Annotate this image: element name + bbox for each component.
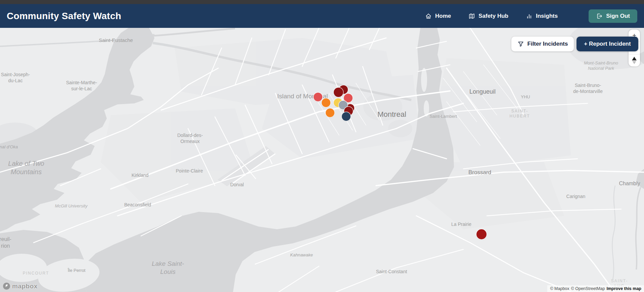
nav-items: HomeSafety HubInsights <box>425 13 558 19</box>
compass-down-icon <box>632 61 636 64</box>
filter-incidents-button[interactable]: Filter Incidents <box>511 37 574 51</box>
compass-button[interactable] <box>629 54 640 66</box>
basemap-artwork <box>0 28 644 292</box>
home-icon <box>425 13 432 19</box>
map-canvas[interactable]: Saint-EustacheSaint-Joseph- du-LacSainte… <box>0 28 644 292</box>
incident-marker[interactable] <box>476 229 487 239</box>
incident-marker[interactable] <box>326 108 334 117</box>
attribution-osm-link[interactable]: © OpenStreetMap <box>571 286 605 291</box>
insights-chart-icon <box>526 13 533 19</box>
map-attribution: © Mapbox © OpenStreetMap Improve this ma… <box>547 285 644 292</box>
mapbox-wordmark: mapbox <box>12 283 38 290</box>
attribution-mapbox-link[interactable]: © Mapbox <box>550 286 569 291</box>
incident-marker[interactable] <box>322 98 330 107</box>
main-nav: HomeSafety HubInsights Sign Out <box>425 9 637 23</box>
report-incident-button[interactable]: + Report Incident <box>577 37 638 51</box>
mapbox-logo[interactable]: mapbox <box>3 282 38 290</box>
improve-this-map-link[interactable]: Improve this map <box>607 286 642 291</box>
sign-out-label: Sign Out <box>606 13 630 19</box>
nav-item-insights[interactable]: Insights <box>526 13 558 19</box>
incident-marker[interactable] <box>334 88 343 97</box>
filter-incidents-label: Filter Incidents <box>527 41 568 47</box>
sign-out-icon <box>596 13 603 19</box>
mapbox-logo-icon <box>3 282 10 290</box>
funnel-icon <box>517 41 524 47</box>
report-incident-label: + Report Incident <box>584 41 631 47</box>
map-icon <box>468 13 475 19</box>
compass-up-icon <box>632 57 637 60</box>
app-header: Community Safety Watch HomeSafety HubIns… <box>0 4 644 28</box>
app-title: Community Safety Watch <box>7 11 121 21</box>
window-top-strip <box>0 0 644 4</box>
sign-out-button[interactable]: Sign Out <box>589 9 637 23</box>
nav-item-safety-hub[interactable]: Safety Hub <box>468 13 508 19</box>
incident-marker[interactable] <box>314 93 322 101</box>
incident-marker[interactable] <box>342 112 351 121</box>
nav-item-home[interactable]: Home <box>425 13 451 19</box>
